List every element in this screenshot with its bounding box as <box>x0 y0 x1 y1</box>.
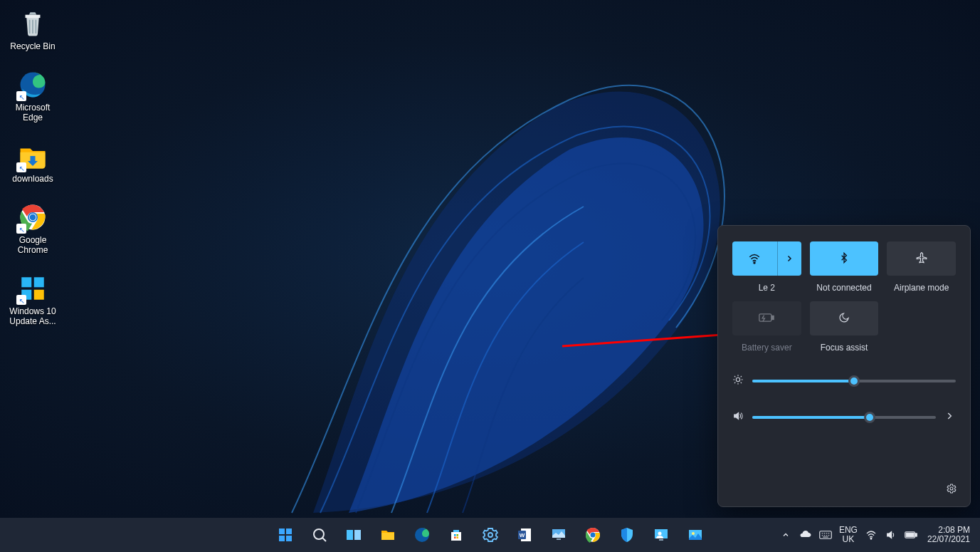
svg-rect-40 <box>820 531 832 539</box>
store-icon <box>448 526 465 543</box>
photos-icon <box>687 526 704 543</box>
svg-point-41 <box>870 538 872 540</box>
desktop-icon-windows-update[interactable]: Windows 10 Update As... <box>4 274 61 326</box>
brightness-icon <box>732 374 744 387</box>
taskbar: W ENG UK 2:08 PM 22/07/2021 <box>0 518 980 552</box>
wifi-tray-icon[interactable] <box>865 528 878 541</box>
windows-update-icon <box>18 274 48 303</box>
svg-rect-5 <box>21 277 31 287</box>
wifi-icon <box>732 241 777 276</box>
moon-icon <box>838 312 850 326</box>
chrome-icon <box>18 202 48 232</box>
security-button[interactable] <box>613 521 641 549</box>
svg-rect-32 <box>557 538 561 540</box>
word-button[interactable]: W <box>510 521 539 549</box>
clock-date: 22/07/2021 <box>927 535 970 544</box>
chrome-icon <box>584 526 601 543</box>
svg-rect-7 <box>21 290 31 300</box>
settings-gear-icon <box>482 526 499 543</box>
file-explorer-button[interactable] <box>374 521 402 549</box>
svg-rect-6 <box>34 277 44 287</box>
airplane-tile[interactable] <box>887 241 956 276</box>
language-bottom: UK <box>839 535 858 544</box>
edge-button[interactable] <box>408 521 436 549</box>
svg-rect-15 <box>279 528 285 534</box>
volume-expand-button[interactable] <box>944 411 956 423</box>
svg-point-10 <box>754 262 755 264</box>
svg-point-19 <box>314 529 324 539</box>
people-button[interactable] <box>647 521 675 549</box>
svg-rect-24 <box>456 534 458 536</box>
volume-slider[interactable] <box>752 416 936 419</box>
wifi-tile[interactable] <box>732 241 801 276</box>
explorer-icon <box>379 526 396 543</box>
desktop-icon-label: Windows 10 Update As... <box>4 306 61 326</box>
airplane-icon <box>915 251 928 266</box>
svg-point-39 <box>692 532 695 535</box>
brightness-slider-row <box>732 374 956 387</box>
svg-point-36 <box>658 532 661 536</box>
volume-tray-icon[interactable] <box>885 528 897 541</box>
task-view-button[interactable] <box>339 521 368 549</box>
svg-rect-25 <box>454 537 456 539</box>
desktop-icon-google-chrome[interactable]: Google Chrome <box>4 202 61 255</box>
desktop-icon-microsoft-edge[interactable]: Microsoft Edge <box>4 70 61 123</box>
svg-rect-11 <box>759 313 771 321</box>
volume-slider-row <box>732 410 956 424</box>
people-icon <box>653 526 670 543</box>
svg-rect-43 <box>915 533 917 536</box>
language-indicator[interactable]: ENG UK <box>839 526 858 544</box>
desktop[interactable]: Recycle Bin Microsoft Edge downloads Goo… <box>0 0 980 518</box>
svg-rect-12 <box>772 316 774 319</box>
svg-rect-16 <box>286 528 292 534</box>
svg-rect-20 <box>347 530 353 540</box>
desktop-icon-recycle-bin[interactable]: Recycle Bin <box>4 9 61 51</box>
edge-icon <box>413 526 431 543</box>
taskview-icon <box>345 526 362 543</box>
chrome-button[interactable] <box>579 521 607 549</box>
focus-assist-tile-label: Focus assist <box>821 343 868 353</box>
svg-text:W: W <box>519 532 525 538</box>
desktop-icon-downloads[interactable]: downloads <box>4 141 61 184</box>
wifi-tile-label: Le 2 <box>759 283 775 293</box>
svg-rect-37 <box>659 539 663 541</box>
monitor-icon <box>550 526 567 543</box>
tray-overflow-button[interactable] <box>779 528 792 541</box>
wifi-expand-button[interactable] <box>777 241 801 276</box>
bluetooth-icon <box>838 251 850 266</box>
battery-tray-icon[interactable] <box>905 528 917 541</box>
brightness-slider[interactable] <box>752 380 956 382</box>
monitor-button[interactable] <box>544 521 573 549</box>
battery-saver-tile-label: Battery saver <box>742 343 792 353</box>
clock[interactable]: 2:08 PM 22/07/2021 <box>927 526 970 544</box>
svg-rect-23 <box>454 534 456 536</box>
bluetooth-tile[interactable] <box>810 241 879 276</box>
battery-saver-icon <box>759 313 774 325</box>
svg-point-4 <box>30 214 36 221</box>
recycle-bin-icon <box>18 9 48 38</box>
photos-button[interactable] <box>681 521 710 549</box>
keyboard-tray-icon[interactable] <box>819 528 832 541</box>
wallpaper-bloom <box>185 21 769 520</box>
svg-point-13 <box>736 377 739 381</box>
settings-button[interactable] <box>476 521 505 549</box>
svg-rect-17 <box>279 536 285 541</box>
svg-point-27 <box>488 533 492 537</box>
desktop-icon-label: Microsoft Edge <box>4 103 61 123</box>
store-button[interactable] <box>442 521 470 549</box>
folder-icon <box>18 141 48 171</box>
onedrive-tray-icon[interactable] <box>799 528 812 541</box>
svg-rect-18 <box>286 536 292 541</box>
battery-saver-tile <box>732 301 801 335</box>
focus-assist-tile[interactable] <box>810 301 879 335</box>
volume-icon <box>732 410 744 424</box>
airplane-tile-label: Airplane mode <box>894 283 949 293</box>
start-button[interactable] <box>271 521 300 549</box>
svg-rect-44 <box>906 533 914 537</box>
start-icon <box>277 526 294 543</box>
taskbar-center: W <box>271 521 710 549</box>
quick-settings-panel: Le 2 Not connected Airplane mode <box>717 225 971 507</box>
taskbar-system-tray: ENG UK 2:08 PM 22/07/2021 <box>779 518 974 552</box>
search-button[interactable] <box>305 521 334 549</box>
quick-settings-edit-button[interactable] <box>946 483 957 496</box>
